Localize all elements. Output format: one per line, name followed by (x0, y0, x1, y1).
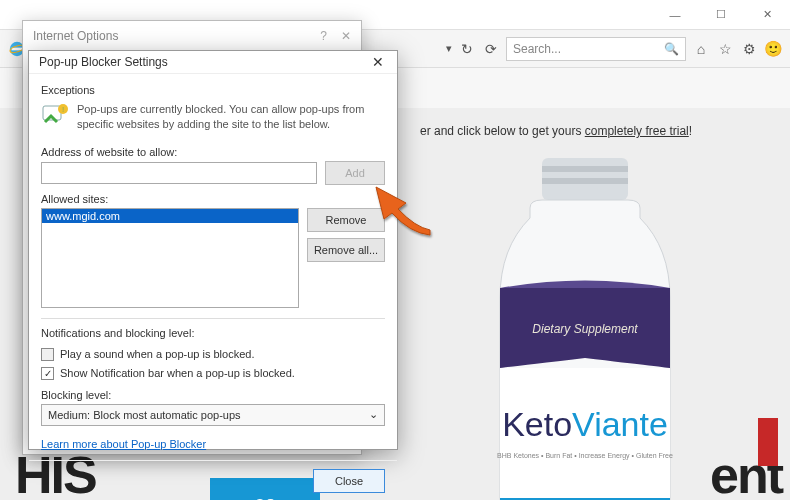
close-icon[interactable]: ✕ (367, 51, 389, 73)
bottle-tag-text: Dietary Supplement (532, 322, 638, 336)
close-icon[interactable]: ✕ (341, 29, 351, 43)
blocking-level-select[interactable]: Medium: Block most automatic pop-ups ⌄ (41, 404, 385, 426)
close-button[interactable]: Close (313, 469, 385, 493)
blocking-level-label: Blocking level: (41, 389, 385, 401)
divider (41, 318, 385, 319)
exceptions-description: Pop-ups are currently blocked. You can a… (77, 102, 385, 132)
add-button[interactable]: Add (325, 161, 385, 185)
remove-all-button[interactable]: Remove all... (307, 238, 385, 262)
favorites-icon[interactable]: ☆ (716, 40, 734, 58)
play-sound-label: Play a sound when a pop-up is blocked. (60, 348, 254, 360)
exceptions-label: Exceptions (41, 84, 385, 96)
popup-blocker-dialog: Pop-up Blocker Settings ✕ Exceptions ! P… (28, 50, 398, 450)
search-input[interactable]: Search... 🔍 (506, 37, 686, 61)
svg-text:!: ! (62, 105, 64, 114)
promo-link[interactable]: completely free trial (585, 124, 689, 138)
promo-prefix: er and click below to get yours (420, 124, 585, 138)
bottle-subtext: BHB Ketones • Burn Fat • Increase Energy… (497, 452, 673, 460)
exceptions-icon: ! (41, 102, 69, 130)
product-bottle-large: Dietary Supplement KetoViante BHB Ketone… (470, 158, 700, 500)
emoji-icon[interactable]: 🙂 (764, 40, 782, 58)
window-maximize-button[interactable]: ☐ (698, 0, 744, 30)
promo-suffix: ! (689, 124, 692, 138)
popup-blocker-titlebar: Pop-up Blocker Settings ✕ (29, 51, 397, 74)
learn-more-link[interactable]: Learn more about Pop-up Blocker (41, 438, 206, 450)
promo-text: er and click below to get yours complete… (420, 124, 692, 138)
refresh-icon[interactable]: ↻ (458, 40, 476, 58)
remove-button[interactable]: Remove (307, 208, 385, 232)
window-close-button[interactable]: ✕ (744, 0, 790, 30)
address-label: Address of website to allow: (41, 146, 385, 158)
home-icon[interactable]: ⌂ (692, 40, 710, 58)
gear-icon[interactable]: ⚙ (740, 40, 758, 58)
red-banner-fragment (758, 418, 778, 466)
help-icon[interactable]: ? (320, 29, 327, 43)
address-input[interactable] (41, 162, 317, 184)
internet-options-titlebar: Internet Options ? ✕ (23, 21, 361, 51)
search-placeholder: Search... (513, 42, 561, 56)
list-item[interactable]: www.mgid.com (42, 209, 298, 223)
notifications-label: Notifications and blocking level: (41, 327, 385, 339)
show-notification-checkbox[interactable]: ✓ (41, 367, 54, 380)
stop-icon[interactable]: ⟳ (482, 40, 500, 58)
zoom-dropdown[interactable]: ▾ (446, 42, 452, 55)
internet-options-title: Internet Options (33, 29, 118, 43)
bottle-brand-a: KetoViante (502, 405, 668, 443)
chevron-down-icon: ⌄ (369, 408, 378, 421)
allowed-sites-list[interactable]: www.mgid.com (41, 208, 299, 308)
search-icon[interactable]: 🔍 (664, 42, 679, 56)
allowed-sites-label: Allowed sites: (41, 193, 385, 205)
play-sound-checkbox[interactable]: ✓ (41, 348, 54, 361)
svg-rect-4 (542, 178, 628, 184)
popup-blocker-title: Pop-up Blocker Settings (39, 55, 168, 69)
blocking-level-value: Medium: Block most automatic pop-ups (48, 409, 241, 421)
svg-rect-3 (542, 166, 628, 172)
window-minimize-button[interactable]: — (652, 0, 698, 30)
show-notification-label: Show Notification bar when a pop-up is b… (60, 367, 295, 379)
